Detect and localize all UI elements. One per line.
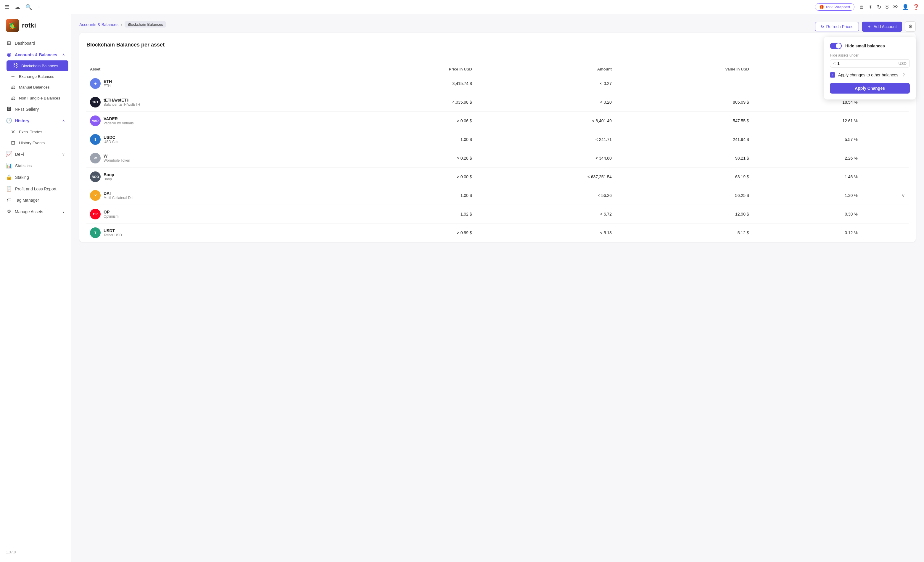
asset-cell-VADER: VAD VADER VaderAI by Virtuals — [86, 112, 341, 130]
asset-percent: 1.30 % — [753, 186, 861, 205]
apply-other-balances-checkbox[interactable]: ✓ — [830, 72, 835, 78]
sidebar-item-manual-balances[interactable]: ⚖ Manual Balances — [4, 82, 71, 93]
asset-amount: < 0.27 — [476, 74, 615, 93]
search-icon[interactable]: 🔍 — [26, 4, 32, 11]
help-icon-checkbox[interactable]: ? — [902, 72, 905, 77]
help-icon[interactable]: ❓ — [913, 4, 919, 11]
asset-amount: < 637,251.54 — [476, 168, 615, 186]
defi-icon: 📈 — [6, 151, 12, 157]
topbar-left: ☰ ☁ 🔍 ← — [5, 4, 43, 11]
table-row: W W Wormhole Token > 0.28 $ < 344.80 98.… — [86, 149, 909, 168]
hide-small-balances-toggle[interactable] — [830, 43, 842, 49]
sidebar-item-tag-manager[interactable]: 🏷 Tag Manager — [0, 195, 71, 206]
asset-percent: 1.46 % — [753, 168, 861, 186]
sidebar-item-dashboard[interactable]: ⊞ Dashboard — [0, 37, 71, 49]
asset-info: DAI Multi Collateral Dai — [104, 191, 134, 200]
asset-percent: 12.61 % — [753, 112, 861, 130]
sidebar-item-history-events[interactable]: ⊟ History Events — [4, 137, 71, 148]
sidebar-item-history[interactable]: 🕐 History ∧ — [0, 115, 71, 126]
table-row: T USDT Tether USD > 0.99 $ < 5.13 5.12 $… — [86, 224, 909, 242]
sidebar-item-defi[interactable]: 📈 DeFi ∨ — [0, 148, 71, 160]
table-row: VAD VADER VaderAI by Virtuals > 0.06 $ <… — [86, 112, 909, 130]
hide-under-value-input[interactable] — [837, 61, 897, 66]
sidebar-item-statistics[interactable]: 📊 Statistics — [0, 160, 71, 171]
chevron-up-icon: ∧ — [62, 53, 65, 57]
asset-info: tETH/wstETH Balancer tETH/wstETH — [104, 98, 140, 107]
sidebar: 🦜 rotki ⊞ Dashboard ◉ Accounts & Balance… — [0, 14, 71, 562]
add-account-label: Add Account — [873, 24, 897, 29]
monitor-icon[interactable]: 🖥 — [859, 4, 864, 10]
asset-price: 3,415.74 $ — [341, 74, 476, 93]
staking-icon: 🔒 — [6, 174, 12, 180]
refresh-prices-button[interactable]: ↻ Refresh Prices — [815, 22, 859, 32]
asset-cell-Boop: BOO Boop Boop — [86, 168, 341, 186]
sidebar-item-label: Tag Manager — [15, 198, 39, 203]
asset-price: 4,035.98 $ — [341, 93, 476, 112]
sidebar-item-blockchain-balances[interactable]: ⛓ Blockchain Balances — [6, 60, 68, 71]
asset-expand — [861, 168, 909, 186]
sidebar-item-label: History — [15, 119, 29, 123]
nft-icon: ⚖ — [10, 95, 16, 101]
rotki-wrapped-button[interactable]: 🎁 rotki Wrapped — [815, 3, 855, 11]
asset-icon-tETH/wstETH: TET — [90, 97, 100, 107]
trades-icon: ✕ — [10, 129, 16, 135]
assets-icon: ⚙ — [6, 209, 12, 215]
asset-value: 547.55 $ — [615, 112, 753, 130]
add-account-button[interactable]: ＋ Add Account — [862, 22, 902, 32]
table-header-row: Asset Price in USD Amount Value in USD %… — [86, 64, 909, 74]
toggle-knob — [836, 43, 841, 48]
asset-amount: < 344.80 — [476, 149, 615, 168]
asset-cell-ETH: ◈ ETH ETH — [86, 74, 341, 93]
asset-icon-ETH: ◈ — [90, 78, 100, 89]
logo-icon: 🦜 — [6, 19, 19, 32]
settings-button[interactable]: ⚙ — [905, 21, 916, 32]
sidebar-item-profit-loss[interactable]: 📋 Profit and Loss Report — [0, 183, 71, 195]
table-row: ✕ DAI Multi Collateral Dai 1.00 $ < 56.2… — [86, 186, 909, 205]
sidebar-item-nfts-gallery[interactable]: 🖼 NFTs Gallery — [0, 104, 71, 115]
sidebar-item-accounts-balances[interactable]: ◉ Accounts & Balances ∧ — [0, 49, 71, 60]
asset-symbol: USDC — [104, 135, 119, 140]
sidebar-item-exch-trades[interactable]: ✕ Exch. Trades — [4, 126, 71, 137]
theme-icon[interactable]: ☀ — [868, 4, 873, 11]
logo-text: rotki — [22, 22, 36, 29]
refresh-icon-btn: ↻ — [821, 24, 824, 29]
col-value: Value in USD — [615, 64, 753, 74]
asset-name: Optimism — [104, 214, 118, 218]
user-icon[interactable]: 👤 — [902, 4, 909, 11]
sidebar-item-exchange-balances[interactable]: ↔ Exchange Balances — [4, 71, 71, 82]
apply-changes-button[interactable]: Apply Changes — [830, 83, 910, 93]
eye-icon[interactable]: 👁 — [892, 4, 898, 10]
dollar-icon[interactable]: $ — [885, 4, 888, 10]
asset-price: 1.00 $ — [341, 130, 476, 149]
asset-expand[interactable]: ∨ — [861, 186, 909, 205]
asset-cell-W: W W Wormhole Token — [86, 149, 341, 168]
asset-value — [615, 74, 753, 93]
asset-amount: < 8,401.49 — [476, 112, 615, 130]
asset-expand — [861, 224, 909, 242]
asset-value: 241.94 $ — [615, 130, 753, 149]
gift-icon: 🎁 — [819, 5, 824, 9]
asset-name: Boop — [104, 177, 114, 181]
sidebar-item-label: Blockchain Balances — [21, 64, 58, 68]
cloud-icon[interactable]: ☁ — [15, 4, 20, 11]
asset-info: USDC USD Coin — [104, 135, 119, 144]
exchange-icon: ↔ — [10, 74, 16, 80]
asset-icon-W: W — [90, 153, 100, 164]
back-icon[interactable]: ← — [37, 4, 43, 10]
dashboard-icon: ⊞ — [6, 40, 12, 46]
sidebar-item-staking[interactable]: 🔒 Staking — [0, 171, 71, 183]
card-title: Blockchain Balances per asset — [86, 42, 165, 48]
asset-symbol: DAI — [104, 191, 134, 196]
main-content: Accounts & Balances › Blockchain Balance… — [71, 14, 924, 562]
asset-name: Balancer tETH/wstETH — [104, 102, 140, 107]
asset-cell-USDT: T USDT Tether USD — [86, 224, 341, 242]
menu-icon[interactable]: ☰ — [5, 4, 9, 11]
refresh-icon[interactable]: ↻ — [877, 4, 881, 11]
asset-symbol: Boop — [104, 172, 114, 177]
asset-icon-DAI: ✕ — [90, 190, 100, 201]
asset-price: > 0.00 $ — [341, 168, 476, 186]
breadcrumb-parent[interactable]: Accounts & Balances — [80, 22, 118, 27]
expand-row-button[interactable]: ∨ — [902, 193, 905, 198]
sidebar-item-manage-assets[interactable]: ⚙ Manage Assets ∨ — [0, 206, 71, 217]
sidebar-item-non-fungible-balances[interactable]: ⚖ Non Fungible Balances — [4, 93, 71, 104]
